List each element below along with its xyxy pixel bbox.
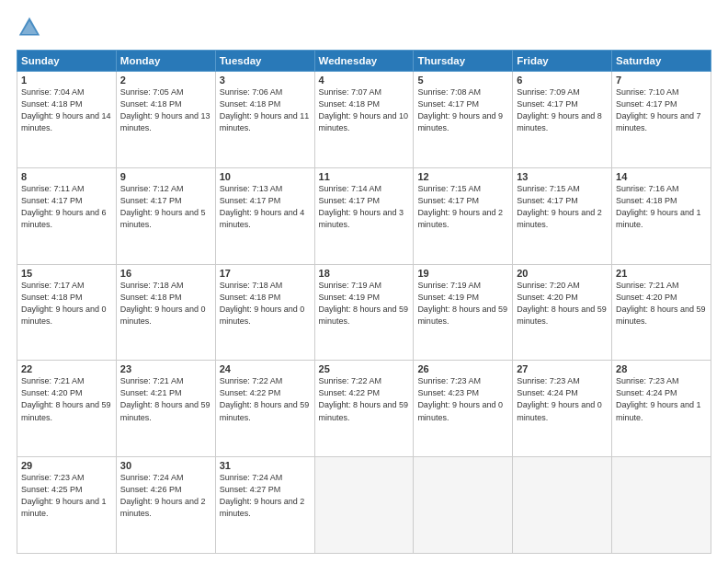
logo-icon: [17, 15, 42, 40]
day-info: Sunrise: 7:23 AMSunset: 4:24 PMDaylight:…: [616, 375, 707, 423]
day-info: Sunrise: 7:21 AMSunset: 4:20 PMDaylight:…: [21, 375, 112, 423]
day-number: 27: [517, 363, 608, 374]
day-info: Sunrise: 7:16 AMSunset: 4:18 PMDaylight:…: [616, 183, 707, 231]
day-number: 12: [417, 171, 508, 182]
calendar-week-row: 15Sunrise: 7:17 AMSunset: 4:18 PMDayligh…: [17, 264, 711, 361]
day-info: Sunrise: 7:17 AMSunset: 4:18 PMDaylight:…: [21, 280, 112, 327]
calendar-day-cell: 30Sunrise: 7:24 AMSunset: 4:26 PMDayligh…: [116, 457, 215, 554]
day-info: Sunrise: 7:20 AMSunset: 4:20 PMDaylight:…: [517, 280, 608, 327]
day-number: 31: [220, 460, 311, 471]
calendar-week-row: 29Sunrise: 7:23 AMSunset: 4:25 PMDayligh…: [17, 457, 711, 554]
day-number: 1: [21, 75, 112, 86]
day-number: 18: [319, 268, 410, 279]
day-info: Sunrise: 7:15 AMSunset: 4:17 PMDaylight:…: [517, 183, 608, 231]
day-info: Sunrise: 7:12 AMSunset: 4:17 PMDaylight:…: [120, 183, 211, 231]
day-info: Sunrise: 7:15 AMSunset: 4:17 PMDaylight:…: [417, 183, 508, 231]
logo: [17, 15, 46, 40]
day-info: Sunrise: 7:10 AMSunset: 4:17 PMDaylight:…: [616, 86, 707, 134]
calendar-empty-cell: [612, 457, 711, 554]
day-info: Sunrise: 7:07 AMSunset: 4:18 PMDaylight:…: [319, 86, 410, 134]
calendar-week-row: 8Sunrise: 7:11 AMSunset: 4:17 PMDaylight…: [17, 167, 711, 264]
col-friday: Friday: [513, 51, 612, 72]
calendar-day-cell: 24Sunrise: 7:22 AMSunset: 4:22 PMDayligh…: [215, 361, 314, 457]
day-info: Sunrise: 7:18 AMSunset: 4:18 PMDaylight:…: [220, 280, 311, 327]
day-info: Sunrise: 7:11 AMSunset: 4:17 PMDaylight:…: [21, 183, 112, 231]
calendar-day-cell: 18Sunrise: 7:19 AMSunset: 4:19 PMDayligh…: [314, 264, 414, 361]
calendar-day-cell: 8Sunrise: 7:11 AMSunset: 4:17 PMDaylight…: [17, 167, 117, 264]
day-info: Sunrise: 7:19 AMSunset: 4:19 PMDaylight:…: [417, 280, 508, 327]
calendar-empty-cell: [414, 457, 513, 554]
calendar-empty-cell: [314, 457, 414, 554]
day-info: Sunrise: 7:23 AMSunset: 4:24 PMDaylight:…: [517, 375, 608, 423]
day-number: 21: [616, 268, 707, 279]
day-number: 6: [517, 75, 608, 86]
day-number: 25: [319, 363, 410, 374]
calendar-day-cell: 12Sunrise: 7:15 AMSunset: 4:17 PMDayligh…: [414, 167, 513, 264]
calendar-day-cell: 29Sunrise: 7:23 AMSunset: 4:25 PMDayligh…: [17, 457, 117, 554]
day-info: Sunrise: 7:22 AMSunset: 4:22 PMDaylight:…: [319, 375, 410, 423]
day-info: Sunrise: 7:21 AMSunset: 4:20 PMDaylight:…: [616, 280, 707, 327]
day-number: 14: [616, 171, 707, 182]
day-number: 11: [319, 171, 410, 182]
day-number: 15: [21, 268, 112, 279]
day-number: 4: [319, 75, 410, 86]
day-number: 2: [120, 75, 211, 86]
col-tuesday: Tuesday: [215, 51, 314, 72]
calendar-day-cell: 9Sunrise: 7:12 AMSunset: 4:17 PMDaylight…: [116, 167, 215, 264]
day-info: Sunrise: 7:06 AMSunset: 4:18 PMDaylight:…: [220, 86, 311, 134]
day-info: Sunrise: 7:18 AMSunset: 4:18 PMDaylight:…: [120, 280, 211, 327]
calendar-day-cell: 25Sunrise: 7:22 AMSunset: 4:22 PMDayligh…: [314, 361, 414, 457]
day-number: 7: [616, 75, 707, 86]
day-info: Sunrise: 7:23 AMSunset: 4:25 PMDaylight:…: [21, 472, 112, 520]
day-number: 20: [517, 268, 608, 279]
calendar-day-cell: 2Sunrise: 7:05 AMSunset: 4:18 PMDaylight…: [116, 72, 215, 168]
calendar-day-cell: 21Sunrise: 7:21 AMSunset: 4:20 PMDayligh…: [612, 264, 711, 361]
day-info: Sunrise: 7:23 AMSunset: 4:23 PMDaylight:…: [417, 375, 508, 423]
calendar-day-cell: 27Sunrise: 7:23 AMSunset: 4:24 PMDayligh…: [513, 361, 612, 457]
day-number: 19: [417, 268, 508, 279]
col-sunday: Sunday: [17, 51, 117, 72]
day-info: Sunrise: 7:13 AMSunset: 4:17 PMDaylight:…: [220, 183, 311, 231]
col-thursday: Thursday: [414, 51, 513, 72]
day-number: 9: [120, 171, 211, 182]
day-info: Sunrise: 7:09 AMSunset: 4:17 PMDaylight:…: [517, 86, 608, 134]
day-number: 10: [220, 171, 311, 182]
day-info: Sunrise: 7:24 AMSunset: 4:27 PMDaylight:…: [220, 472, 311, 520]
calendar-day-cell: 6Sunrise: 7:09 AMSunset: 4:17 PMDaylight…: [513, 72, 612, 168]
day-info: Sunrise: 7:08 AMSunset: 4:17 PMDaylight:…: [417, 86, 508, 134]
calendar-day-cell: 4Sunrise: 7:07 AMSunset: 4:18 PMDaylight…: [314, 72, 414, 168]
calendar-day-cell: 11Sunrise: 7:14 AMSunset: 4:17 PMDayligh…: [314, 167, 414, 264]
calendar-day-cell: 23Sunrise: 7:21 AMSunset: 4:21 PMDayligh…: [116, 361, 215, 457]
calendar-day-cell: 26Sunrise: 7:23 AMSunset: 4:23 PMDayligh…: [414, 361, 513, 457]
day-number: 26: [417, 363, 508, 374]
calendar-day-cell: 10Sunrise: 7:13 AMSunset: 4:17 PMDayligh…: [215, 167, 314, 264]
day-info: Sunrise: 7:19 AMSunset: 4:19 PMDaylight:…: [319, 280, 410, 327]
calendar-day-cell: 19Sunrise: 7:19 AMSunset: 4:19 PMDayligh…: [414, 264, 513, 361]
day-number: 5: [417, 75, 508, 86]
calendar-empty-cell: [513, 457, 612, 554]
calendar-day-cell: 16Sunrise: 7:18 AMSunset: 4:18 PMDayligh…: [116, 264, 215, 361]
day-number: 16: [120, 268, 211, 279]
calendar-day-cell: 28Sunrise: 7:23 AMSunset: 4:24 PMDayligh…: [612, 361, 711, 457]
calendar-day-cell: 3Sunrise: 7:06 AMSunset: 4:18 PMDaylight…: [215, 72, 314, 168]
col-monday: Monday: [116, 51, 215, 72]
calendar-day-cell: 13Sunrise: 7:15 AMSunset: 4:17 PMDayligh…: [513, 167, 612, 264]
day-number: 28: [616, 363, 707, 374]
calendar-day-cell: 17Sunrise: 7:18 AMSunset: 4:18 PMDayligh…: [215, 264, 314, 361]
col-wednesday: Wednesday: [314, 51, 414, 72]
day-info: Sunrise: 7:21 AMSunset: 4:21 PMDaylight:…: [120, 375, 211, 423]
calendar-day-cell: 15Sunrise: 7:17 AMSunset: 4:18 PMDayligh…: [17, 264, 117, 361]
calendar-table: Sunday Monday Tuesday Wednesday Thursday…: [17, 50, 711, 554]
day-info: Sunrise: 7:04 AMSunset: 4:18 PMDaylight:…: [21, 86, 112, 134]
day-number: 17: [220, 268, 311, 279]
calendar-day-cell: 1Sunrise: 7:04 AMSunset: 4:18 PMDaylight…: [17, 72, 117, 168]
day-number: 24: [220, 363, 311, 374]
day-info: Sunrise: 7:14 AMSunset: 4:17 PMDaylight:…: [319, 183, 410, 231]
day-number: 8: [21, 171, 112, 182]
calendar-day-cell: 7Sunrise: 7:10 AMSunset: 4:17 PMDaylight…: [612, 72, 711, 168]
calendar-day-cell: 22Sunrise: 7:21 AMSunset: 4:20 PMDayligh…: [17, 361, 117, 457]
day-number: 3: [220, 75, 311, 86]
col-saturday: Saturday: [612, 51, 711, 72]
calendar-day-cell: 20Sunrise: 7:20 AMSunset: 4:20 PMDayligh…: [513, 264, 612, 361]
calendar-week-row: 22Sunrise: 7:21 AMSunset: 4:20 PMDayligh…: [17, 361, 711, 457]
